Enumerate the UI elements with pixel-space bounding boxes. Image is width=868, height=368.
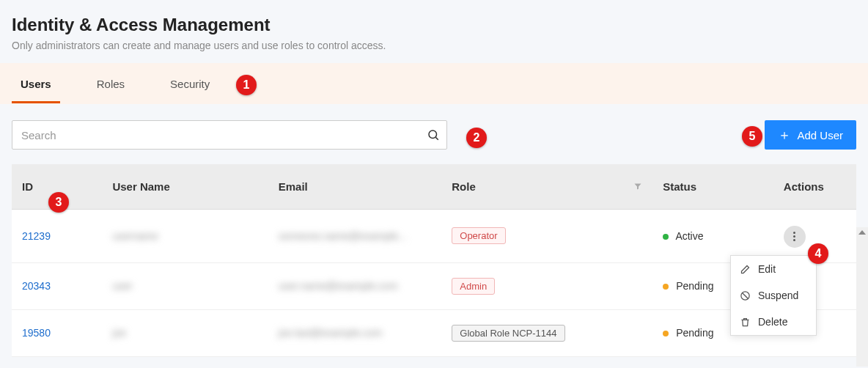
annotation-4: 4 xyxy=(808,243,828,264)
row-actions-button[interactable] xyxy=(784,226,806,248)
menu-item-edit[interactable]: Edit xyxy=(731,256,816,282)
add-user-button[interactable]: ＋ Add User xyxy=(765,120,856,150)
status-dot-active-icon xyxy=(663,234,669,240)
user-id-link[interactable]: 20343 xyxy=(22,280,51,292)
annotation-3: 3 xyxy=(48,192,69,213)
annotation-5: 5 xyxy=(742,126,762,147)
kebab-icon xyxy=(793,232,795,241)
user-name-cell: joe xyxy=(112,327,126,339)
suspend-icon xyxy=(740,290,751,301)
status-dot-pending-icon xyxy=(663,284,669,290)
status-dot-pending-icon xyxy=(663,331,669,336)
filter-icon[interactable] xyxy=(633,180,642,193)
role-badge: Admin xyxy=(452,278,495,295)
col-header-email[interactable]: Email xyxy=(268,164,442,210)
plus-icon: ＋ xyxy=(778,128,791,141)
search-field-wrap xyxy=(12,120,447,150)
svg-point-0 xyxy=(429,130,437,139)
tab-roles[interactable]: Roles xyxy=(88,65,133,103)
menu-item-suspend[interactable]: Suspend xyxy=(731,282,816,309)
scroll-up-icon[interactable] xyxy=(858,230,866,235)
user-email-cell: joe.last@example.com xyxy=(279,327,383,339)
table-header-row: ID User Name Email Role Status Actions xyxy=(12,164,856,210)
svg-line-3 xyxy=(743,292,749,298)
annotation-2: 2 xyxy=(466,128,487,148)
role-badge: Global Role NCP-1144 xyxy=(452,325,564,342)
role-badge: Operator xyxy=(452,227,505,244)
row-actions-menu: Edit Suspend Delete xyxy=(730,255,817,336)
user-id-link[interactable]: 21239 xyxy=(22,230,51,242)
tab-users[interactable]: Users xyxy=(12,65,60,103)
user-name-cell: username xyxy=(112,230,158,242)
col-header-username[interactable]: User Name xyxy=(102,164,268,210)
scrollbar[interactable] xyxy=(856,227,868,367)
edit-icon xyxy=(740,264,751,275)
add-user-label: Add User xyxy=(797,129,843,141)
page-title: Identity & Access Management xyxy=(12,15,856,35)
col-header-role[interactable]: Role xyxy=(441,164,652,210)
user-email-cell: someone.name@example... xyxy=(279,230,407,242)
page-subtitle: Only administrators can create and manag… xyxy=(12,40,856,51)
col-header-status[interactable]: Status xyxy=(652,164,773,210)
users-table-wrap: ID User Name Email Role Status Actions 2… xyxy=(0,157,868,357)
toolbar: ＋ Add User xyxy=(0,104,868,157)
svg-line-1 xyxy=(435,137,438,139)
user-name-cell: user xyxy=(112,280,132,292)
annotation-1: 1 xyxy=(236,75,257,95)
menu-item-delete[interactable]: Delete xyxy=(731,309,816,335)
tab-security[interactable]: Security xyxy=(161,65,218,103)
search-icon[interactable] xyxy=(427,128,440,141)
delete-icon xyxy=(740,317,751,328)
user-id-link[interactable]: 19580 xyxy=(22,327,51,339)
user-email-cell: user.name@example.com xyxy=(279,280,398,292)
page-header: Identity & Access Management Only admini… xyxy=(0,0,868,63)
tabs-bar: Users Roles Security xyxy=(0,63,868,104)
search-input[interactable] xyxy=(12,120,447,150)
col-header-actions: Actions xyxy=(773,164,856,210)
